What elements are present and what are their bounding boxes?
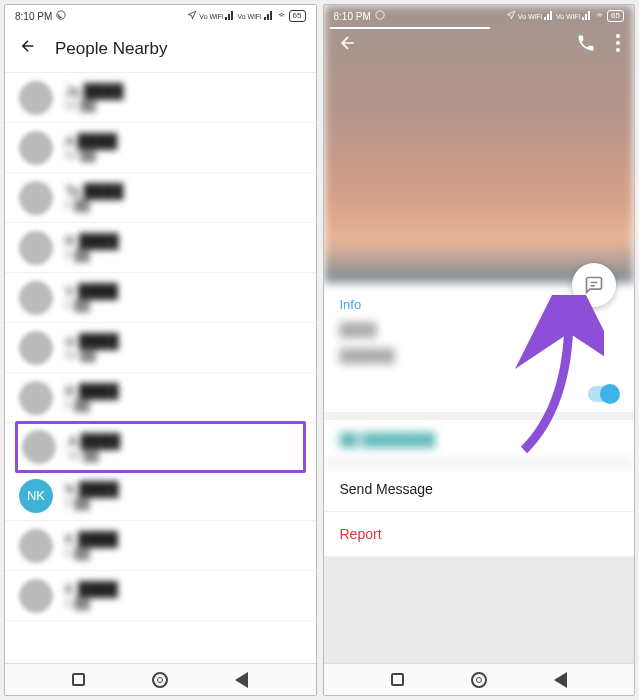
tab-indicator (330, 27, 490, 29)
list-item[interactable]: si ████50 ██ (5, 323, 316, 373)
signal-icon (225, 10, 235, 22)
wifi-icon (594, 10, 605, 22)
wifi-icon (276, 10, 287, 22)
svg-point-3 (616, 41, 620, 45)
nav-home-icon[interactable] (471, 672, 487, 688)
android-navbar (324, 663, 635, 695)
nav-recent-icon[interactable] (391, 673, 404, 686)
avatar: NK (19, 479, 53, 513)
phone-left: 8:10 PM Vo WiFi Vo WiFi 65 (4, 4, 317, 696)
battery-level: 65 (607, 10, 624, 22)
list-item[interactable]: K ████5 ██ (5, 521, 316, 571)
signal-icon-2 (582, 10, 592, 22)
profile-header (324, 33, 635, 57)
avatar (19, 281, 53, 315)
volte-label: Vo WiFi (199, 13, 223, 20)
message-fab[interactable] (572, 263, 616, 307)
header: People Nearby (5, 27, 316, 73)
report-row[interactable]: Report (324, 512, 635, 557)
nav-home-icon[interactable] (152, 672, 168, 688)
avatar (19, 81, 53, 115)
more-icon[interactable] (616, 34, 620, 56)
back-arrow-icon[interactable] (19, 37, 37, 60)
volte-label-2: Vo WiFi (237, 13, 261, 20)
list-item[interactable]: R ████5 ██ (5, 223, 316, 273)
volte-label: Vo WiFi (518, 13, 542, 20)
filler (324, 557, 635, 663)
avatar (19, 231, 53, 265)
highlight-annotation: A ████50 ██ (15, 421, 306, 473)
call-icon[interactable] (576, 33, 596, 57)
info-heading: Info (340, 297, 619, 312)
list-item[interactable]: NKN ████5 ██ (5, 471, 316, 521)
whatsapp-icon (375, 10, 385, 22)
signal-icon-2 (264, 10, 274, 22)
volte-label-2: Vo WiFi (556, 13, 580, 20)
shared-row[interactable]: ██ ████████ (324, 420, 635, 467)
battery-level: 65 (289, 10, 306, 22)
avatar (22, 430, 56, 464)
list-item[interactable]: Ja ████50 ██ (5, 73, 316, 123)
avatar (19, 331, 53, 365)
avatar (19, 131, 53, 165)
page-title: People Nearby (55, 39, 167, 59)
list-item[interactable]: R ████5 ██ (5, 373, 316, 423)
svg-point-2 (616, 34, 620, 38)
svg-point-1 (376, 11, 384, 19)
location-icon (506, 10, 516, 22)
back-arrow-icon[interactable] (338, 33, 358, 57)
svg-point-4 (616, 48, 620, 52)
notifications-row[interactable] (324, 382, 635, 420)
toggle-switch[interactable] (588, 386, 618, 402)
list-item[interactable]: Ta ████5 ██ (5, 173, 316, 223)
avatar (19, 381, 53, 415)
nav-back-icon[interactable] (554, 672, 567, 688)
phone-right: 8:10 PM Vo WiFi Vo WiFi 65 (323, 4, 636, 696)
status-time: 8:10 PM (15, 11, 52, 22)
nav-recent-icon[interactable] (72, 673, 85, 686)
list-item[interactable]: A ████50 ██ (18, 424, 303, 470)
status-time: 8:10 PM (334, 11, 371, 22)
status-bar: 8:10 PM Vo WiFi Vo WiFi 65 (5, 5, 316, 27)
svg-point-0 (57, 11, 65, 19)
location-icon (187, 10, 197, 22)
list-item[interactable]: V ████5 ██ (5, 273, 316, 323)
info-line-2: ██████ (340, 346, 619, 366)
people-list[interactable]: Ja ████50 ██A ████50 ██Ta ████5 ██R ████… (5, 73, 316, 663)
avatar (19, 529, 53, 563)
whatsapp-icon (56, 10, 66, 22)
list-item[interactable]: K ████5 ██ (5, 571, 316, 621)
android-navbar (5, 663, 316, 695)
status-bar: 8:10 PM Vo WiFi Vo WiFi 65 (324, 5, 635, 27)
avatar (19, 181, 53, 215)
signal-icon (544, 10, 554, 22)
avatar (19, 579, 53, 613)
nav-back-icon[interactable] (235, 672, 248, 688)
send-message-row[interactable]: Send Message (324, 467, 635, 512)
info-line-1: ████ (340, 320, 619, 340)
list-item[interactable]: A ████50 ██ (5, 123, 316, 173)
